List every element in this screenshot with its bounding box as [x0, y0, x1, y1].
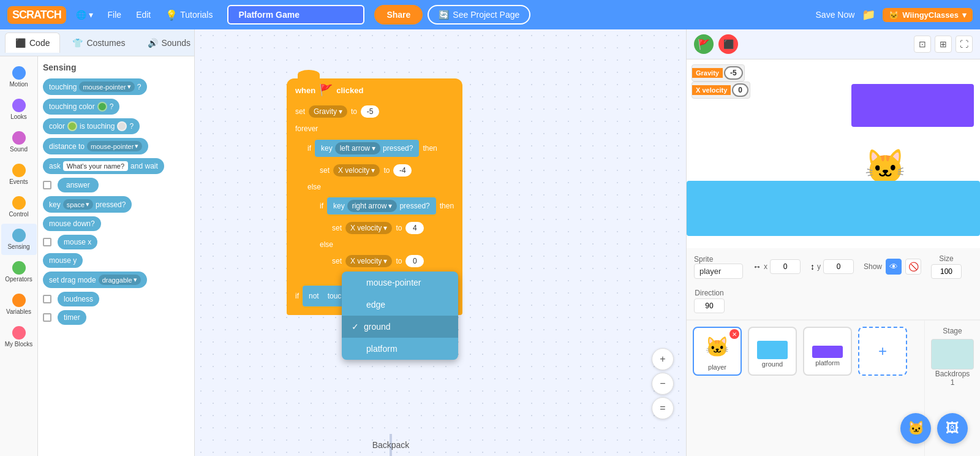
answer-block[interactable]: answer — [58, 178, 99, 192]
sprite-card-ground[interactable]: ground — [748, 327, 797, 376]
show-hidden-button[interactable]: 🚫 — [905, 259, 921, 275]
tab-costumes[interactable]: 👕 Costumes — [62, 33, 135, 53]
edit-menu[interactable]: Edit — [131, 10, 156, 20]
key-left-hex[interactable]: key left arrow ▾ pressed? — [315, 140, 419, 157]
add-sprite-button[interactable]: + — [858, 327, 907, 376]
xvel-value3[interactable]: 0 — [405, 255, 424, 267]
direction-group: Direction — [694, 289, 725, 313]
mouse-down-block[interactable]: mouse down? — [43, 216, 101, 231]
set-xvel-neg4-block[interactable]: set X velocity ▾ to -4 — [311, 161, 462, 180]
mouse-y-block[interactable]: mouse y — [43, 253, 83, 268]
script-area[interactable]: when 🚩 clicked set Gravity ▾ to -5 forev… — [195, 29, 686, 456]
category-control[interactable]: Control — [1, 191, 37, 222]
small-stage-button[interactable]: ⊡ — [914, 36, 931, 53]
dropdown-item-edge[interactable]: edge — [342, 294, 458, 316]
timer-checkbox[interactable] — [43, 313, 51, 322]
loudness-checkbox[interactable] — [43, 295, 51, 303]
share-button[interactable]: Share — [374, 5, 423, 25]
tab-sounds[interactable]: 🔊 Sounds — [138, 33, 200, 53]
left-arrow-dd[interactable]: left arrow ▾ — [335, 142, 380, 154]
key-right-hex[interactable]: key right arrow ▾ pressed? — [327, 197, 436, 215]
sprite-card-platform[interactable]: platform — [803, 327, 852, 376]
touching-color-block[interactable]: touching color ? — [43, 99, 119, 115]
loudness-block[interactable]: loudness — [58, 292, 99, 306]
category-sound[interactable]: Sound — [1, 126, 37, 158]
key-pressed-block[interactable]: key space ▾ pressed? — [43, 196, 132, 213]
category-sensing[interactable]: Sensing — [1, 224, 37, 255]
category-events[interactable]: Events — [1, 159, 37, 190]
green-flag-button[interactable]: 🚩 — [694, 34, 714, 54]
xvel-value2[interactable]: 4 — [405, 222, 424, 234]
mouse-x-block[interactable]: mouse x — [58, 235, 97, 249]
sprite-delete-player[interactable]: ✕ — [729, 329, 739, 339]
timer-block[interactable]: timer — [58, 310, 86, 325]
x-coord-input[interactable] — [770, 259, 801, 274]
xvel-dropdown3[interactable]: X velocity ▾ — [345, 255, 392, 267]
else-block1: else — [299, 180, 462, 194]
key-dropdown[interactable]: space ▾ — [63, 199, 93, 210]
category-looks[interactable]: Looks — [1, 94, 37, 125]
dropdown-item-platform[interactable]: platform — [342, 338, 458, 360]
save-now-button[interactable]: Save Now — [816, 10, 855, 20]
tutorials-button[interactable]: 💡 Tutorials — [160, 7, 217, 23]
add-backdrop-button[interactable]: 🖼 — [937, 413, 968, 444]
see-project-button[interactable]: 🔄 See Project Page — [428, 5, 530, 25]
category-operators[interactable]: Operators — [1, 256, 37, 287]
xvel-value1[interactable]: -4 — [393, 164, 412, 177]
touching-dropdown[interactable]: mouse-pointer ▾ — [79, 82, 134, 92]
color-swatch3[interactable] — [117, 121, 127, 131]
mousex-checkbox[interactable] — [43, 238, 51, 246]
y-coord-input[interactable] — [823, 259, 854, 274]
stage-thumbnail[interactable] — [931, 339, 974, 370]
when-clicked-block[interactable]: when 🚩 clicked — [287, 78, 462, 102]
if-right-block[interactable]: if key right arrow ▾ pressed? then — [311, 194, 462, 218]
project-title-input[interactable] — [227, 5, 364, 25]
add-extension-button[interactable]: 🐱 — [900, 413, 931, 444]
touching-block[interactable]: touching mouse-pointer ▾ ? — [43, 78, 147, 95]
backpack-bar[interactable]: Backpack — [390, 434, 392, 456]
if-left-block[interactable]: if key left arrow ▾ pressed? then — [299, 136, 462, 161]
sprite-name-input[interactable] — [694, 264, 743, 279]
show-visible-button[interactable]: 👁 — [886, 259, 902, 275]
folder-icon[interactable]: 📁 — [862, 8, 875, 21]
zoom-in-button[interactable]: + — [652, 348, 674, 370]
globe-button[interactable]: 🌐 ▾ — [71, 7, 98, 22]
gravity-dropdown[interactable]: Gravity ▾ — [309, 105, 347, 118]
file-menu[interactable]: File — [103, 10, 127, 20]
color-is-touching-block[interactable]: color is touching ? — [43, 118, 140, 134]
color-swatch2[interactable] — [67, 121, 77, 131]
ask-and-wait-block[interactable]: ask What's your name? and wait — [43, 158, 164, 174]
set-xvel-0-block[interactable]: set X velocity ▾ to 0 — [323, 251, 462, 271]
set-xvel-4-block[interactable]: set X velocity ▾ to 4 — [323, 218, 462, 238]
stop-button[interactable]: ⬛ — [718, 34, 738, 54]
user-badge[interactable]: 🐱 WiingyClasses ▾ — [883, 8, 973, 22]
set-gravity-block[interactable]: set Gravity ▾ to -5 — [287, 102, 462, 121]
zoom-reset-button[interactable]: = — [652, 397, 674, 419]
forever-block-top[interactable]: forever — [287, 121, 462, 136]
dropdown-item-ground[interactable]: ✓ ground — [342, 316, 458, 338]
size-input[interactable] — [931, 264, 962, 279]
fullscreen-button[interactable]: ⛶ — [956, 36, 973, 53]
color-swatch1[interactable] — [97, 102, 107, 112]
gravity-value[interactable]: -5 — [361, 105, 379, 118]
backdrops-count: 1 — [951, 378, 955, 387]
category-myblocks[interactable]: My Blocks — [1, 321, 37, 352]
normal-stage-button[interactable]: ⊞ — [935, 36, 952, 53]
dropdown-item-mouse-pointer[interactable]: mouse-pointer — [342, 272, 458, 294]
sprite-card-player[interactable]: ✕ 🐱 player — [693, 327, 742, 376]
xvel-dropdown1[interactable]: X velocity ▾ — [333, 164, 380, 177]
tab-code[interactable]: ⬛ Code — [5, 32, 60, 53]
direction-input[interactable] — [694, 298, 725, 313]
color-is-touching-row: color is touching ? — [43, 118, 189, 134]
distance-dropdown[interactable]: mouse-pointer ▾ — [87, 141, 142, 151]
xvel-dropdown2[interactable]: X velocity ▾ — [345, 222, 392, 234]
chevron-icon: ▾ — [134, 276, 137, 284]
zoom-out-button[interactable]: − — [652, 373, 674, 395]
set-drag-block[interactable]: set drag mode draggable ▾ — [43, 272, 147, 288]
answer-checkbox[interactable] — [43, 181, 51, 189]
category-variables[interactable]: Variables — [1, 289, 37, 320]
drag-dropdown[interactable]: draggable ▾ — [99, 275, 141, 285]
right-arrow-dd[interactable]: right arrow ▾ — [347, 200, 398, 212]
distance-to-block[interactable]: distance to mouse-pointer ▾ — [43, 138, 148, 154]
category-motion[interactable]: Motion — [1, 61, 37, 93]
